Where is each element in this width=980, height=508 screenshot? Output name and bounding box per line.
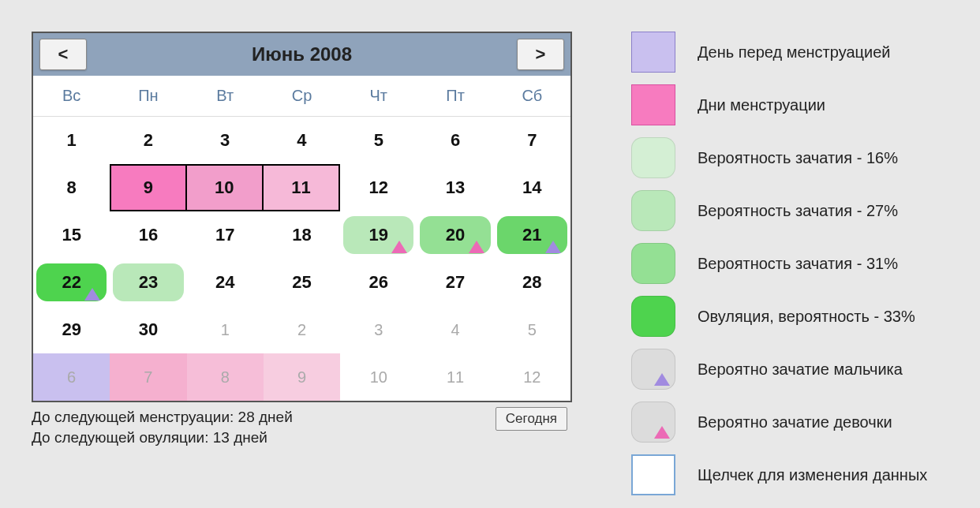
triangle-boy-icon <box>545 241 561 253</box>
day-cell[interactable]: 5 <box>494 306 570 353</box>
legend-item-boy: Вероятно зачатие мальчика <box>631 349 963 390</box>
day-cell[interactable]: 14 <box>494 164 570 211</box>
day-number: 16 <box>139 225 158 245</box>
day-cell[interactable]: 9 <box>264 353 340 401</box>
weekday-label: Ср <box>264 76 340 116</box>
next-month-button[interactable]: > <box>517 39 564 70</box>
day-cell[interactable]: 5 <box>340 117 417 164</box>
swatch-boy <box>631 349 675 390</box>
day-cell[interactable]: 15 <box>33 211 110 259</box>
day-cell[interactable]: 22 <box>33 259 110 306</box>
day-number: 30 <box>139 319 158 340</box>
legend-label: Вероятно зачатие девочки <box>698 413 892 431</box>
triangle-boy-icon <box>84 288 100 301</box>
day-number: 26 <box>369 272 388 293</box>
day-cell[interactable]: 19 <box>340 211 417 259</box>
day-cell[interactable]: 12 <box>494 353 570 401</box>
swatch-conception-16 <box>631 137 675 178</box>
status-next-period: До следующей менструации: 28 дней <box>32 409 572 426</box>
status-next-ovulation: До следующей овуляции: 13 дней <box>32 429 572 446</box>
day-number: 1 <box>221 321 230 339</box>
day-number: 18 <box>292 225 311 245</box>
day-cell[interactable]: 11 <box>264 164 340 211</box>
day-number: 29 <box>62 319 80 340</box>
legend-item-period: Дни менструации <box>631 84 963 125</box>
day-cell[interactable]: 1 <box>187 306 264 353</box>
day-cell[interactable]: 26 <box>340 259 417 306</box>
day-cell[interactable]: 21 <box>494 211 570 259</box>
weekday-label: Сб <box>494 76 570 116</box>
day-number: 21 <box>522 225 541 245</box>
day-cell[interactable]: 24 <box>187 259 264 306</box>
day-cell[interactable]: 2 <box>264 306 340 353</box>
day-cell[interactable]: 6 <box>33 353 110 401</box>
day-cell[interactable]: 16 <box>110 211 186 259</box>
day-number: 14 <box>522 177 541 198</box>
day-cell[interactable]: 11 <box>417 353 493 401</box>
day-cell[interactable]: 8 <box>187 353 264 401</box>
day-cell[interactable]: 6 <box>417 117 493 164</box>
legend-label: День перед менструацией <box>698 43 890 62</box>
day-cell[interactable]: 20 <box>417 211 493 259</box>
day-number: 19 <box>369 225 388 245</box>
day-number: 11 <box>291 177 310 198</box>
weekday-row: Вс Пн Вт Ср Чт Пт Сб <box>33 76 570 117</box>
day-number: 4 <box>297 130 306 151</box>
day-number: 20 <box>446 225 465 245</box>
day-cell[interactable]: 29 <box>33 306 110 353</box>
day-cell[interactable]: 2 <box>110 117 186 164</box>
day-number: 1 <box>67 130 77 151</box>
legend-item-ovulation: Овуляция, вероятность - 33% <box>631 296 963 337</box>
triangle-girl-icon <box>469 241 484 253</box>
day-cell[interactable]: 3 <box>340 306 417 353</box>
calendar: < Июнь 2008 > Вс Пн Вт Ср Чт Пт Сб 12345… <box>32 32 572 402</box>
swatch-conception-31 <box>631 243 675 284</box>
day-cell[interactable]: 8 <box>33 164 110 211</box>
day-number: 17 <box>215 225 234 245</box>
day-cell[interactable]: 30 <box>110 306 186 353</box>
day-number: 12 <box>523 368 540 387</box>
prev-month-button[interactable]: < <box>39 39 87 70</box>
day-number: 9 <box>297 368 306 387</box>
day-number: 5 <box>374 130 383 151</box>
day-cell[interactable]: 13 <box>417 164 493 211</box>
day-number: 25 <box>292 272 311 293</box>
day-cell[interactable]: 18 <box>264 211 340 259</box>
legend-item-conception-27: Вероятность зачатия - 27% <box>631 190 963 231</box>
day-cell[interactable]: 4 <box>417 306 493 353</box>
day-cell[interactable]: 10 <box>340 353 417 401</box>
day-cell[interactable]: 12 <box>340 164 417 211</box>
today-button[interactable]: Сегодня <box>496 407 567 431</box>
day-cell[interactable]: 9 <box>110 164 186 211</box>
swatch-pre-period <box>631 32 675 73</box>
day-cell[interactable]: 17 <box>187 211 264 259</box>
day-number: 10 <box>215 177 234 198</box>
triangle-girl-icon <box>654 426 670 439</box>
day-number: 22 <box>62 272 80 293</box>
weekday-label: Пн <box>110 76 186 116</box>
day-cell[interactable]: 7 <box>110 353 186 401</box>
day-number: 15 <box>62 225 80 245</box>
day-number: 4 <box>451 321 460 339</box>
legend-label: Щелчек для изменения данных <box>698 466 927 484</box>
day-number: 8 <box>221 368 230 387</box>
day-number: 3 <box>220 130 230 151</box>
day-cell[interactable]: 7 <box>494 117 570 164</box>
legend-label: Вероятность зачатия - 27% <box>698 202 898 220</box>
legend-item-conception-16: Вероятность зачатия - 16% <box>631 137 963 178</box>
day-cell[interactable]: 23 <box>110 259 186 306</box>
day-cell[interactable]: 25 <box>264 259 340 306</box>
legend-label: Овуляция, вероятность - 33% <box>698 308 915 326</box>
day-cell[interactable]: 1 <box>33 117 110 164</box>
day-number: 13 <box>446 177 465 198</box>
day-cell[interactable]: 28 <box>494 259 570 306</box>
day-cell[interactable]: 27 <box>417 259 493 306</box>
legend-item-click: Щелчек для изменения данных <box>631 454 963 495</box>
legend-label: Вероятно зачатие мальчика <box>698 360 903 379</box>
day-cell[interactable]: 4 <box>264 117 340 164</box>
day-cell[interactable]: 10 <box>187 164 264 211</box>
legend-label: Вероятность зачатия - 16% <box>698 149 898 167</box>
legend-item-conception-31: Вероятность зачатия - 31% <box>631 243 963 284</box>
weekday-label: Вс <box>33 76 110 116</box>
day-cell[interactable]: 3 <box>187 117 264 164</box>
